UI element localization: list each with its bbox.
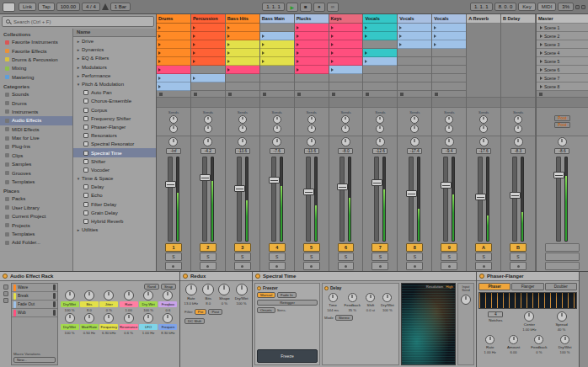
volume-value[interactable]: -Inf bbox=[166, 148, 181, 154]
empty-clip-slot[interactable] bbox=[329, 74, 363, 82]
clip[interactable] bbox=[226, 24, 259, 32]
track-activator-button[interactable]: 7 bbox=[372, 243, 388, 252]
pan-knob[interactable] bbox=[514, 137, 523, 146]
send-a-knob[interactable] bbox=[410, 115, 419, 124]
volume-fader[interactable] bbox=[202, 157, 207, 242]
clip[interactable] bbox=[363, 32, 397, 40]
snapshot-macros-button[interactable]: Snap bbox=[161, 284, 176, 290]
send-a-knob[interactable] bbox=[273, 115, 281, 124]
scene-row[interactable]: Scene 6 bbox=[537, 66, 588, 74]
pan-knob[interactable] bbox=[238, 137, 247, 146]
clip-stop-row[interactable] bbox=[432, 91, 466, 98]
solo-button[interactable]: S bbox=[165, 253, 182, 261]
clip[interactable] bbox=[157, 24, 190, 32]
empty-clip-slot[interactable] bbox=[398, 66, 431, 74]
redux-bits-knob[interactable] bbox=[202, 284, 214, 295]
empty-clip-slot[interactable] bbox=[432, 66, 466, 74]
manual-button[interactable]: Manual bbox=[257, 292, 275, 298]
track-header[interactable]: Drums bbox=[157, 14, 190, 24]
rack-chain-wub[interactable]: Wub bbox=[12, 309, 57, 317]
pan-knob[interactable] bbox=[203, 137, 212, 146]
macro-knob-5[interactable] bbox=[143, 290, 153, 301]
sidebar-item-user-library[interactable]: User Library bbox=[0, 204, 72, 212]
filter-pre-button[interactable]: Pre bbox=[195, 309, 207, 315]
scene-row[interactable]: Scene 4 bbox=[537, 49, 588, 57]
empty-clip-slot[interactable] bbox=[398, 82, 431, 91]
clip[interactable] bbox=[295, 24, 329, 32]
sidebar-item-favorite-effects[interactable]: Favorite Effects bbox=[0, 46, 72, 55]
rack-chain-wave[interactable]: Wave bbox=[12, 284, 57, 292]
track-activator-button[interactable]: 5 bbox=[303, 243, 320, 252]
browser-entry-shifter[interactable]: Shifter bbox=[73, 157, 156, 166]
fader-handle[interactable] bbox=[553, 172, 564, 178]
clip[interactable] bbox=[329, 40, 363, 49]
sidebar-item-audio-effects[interactable]: Audio Effects bbox=[0, 116, 72, 125]
sidebar-item-mastering[interactable]: Mastering bbox=[0, 73, 72, 82]
redux-dry-wet-knob[interactable] bbox=[236, 284, 248, 295]
show-devices-icon[interactable] bbox=[3, 298, 8, 303]
empty-clip-slot[interactable] bbox=[226, 74, 259, 82]
sidebar-item-max-for-live[interactable]: Max for Live bbox=[0, 134, 72, 142]
macro-knob-10[interactable] bbox=[124, 313, 134, 323]
browser-entry-phaser-flanger[interactable]: Phaser-Flanger bbox=[73, 123, 156, 131]
clip[interactable] bbox=[295, 49, 329, 57]
new-variation-button[interactable]: New... bbox=[13, 357, 56, 363]
clip[interactable] bbox=[191, 40, 225, 49]
clip[interactable] bbox=[260, 49, 294, 57]
clip[interactable] bbox=[191, 74, 225, 82]
sidebar-item-projects[interactable]: Projects bbox=[0, 221, 72, 229]
clip[interactable] bbox=[329, 24, 363, 32]
volume-value[interactable]: -13.6 bbox=[304, 148, 319, 154]
chevron-right-icon[interactable]: ▸ bbox=[75, 73, 82, 78]
pan-knob[interactable] bbox=[272, 137, 281, 146]
tab-flanger[interactable]: Flanger bbox=[511, 283, 543, 290]
send-a-knob[interactable] bbox=[376, 115, 384, 124]
clip[interactable] bbox=[226, 57, 259, 66]
clip[interactable] bbox=[329, 66, 363, 74]
arm-button[interactable] bbox=[338, 262, 355, 270]
volume-value[interactable]: -17.6 bbox=[476, 148, 491, 154]
arm-button[interactable] bbox=[165, 262, 182, 270]
pan-knob[interactable] bbox=[341, 137, 350, 146]
browser-entry-frequency-shifter[interactable]: Frequency Shifter bbox=[73, 114, 156, 123]
dc-shift-button[interactable]: DC Shift bbox=[184, 318, 205, 324]
volume-value[interactable]: -13.6 bbox=[235, 148, 250, 154]
clip[interactable] bbox=[260, 40, 294, 49]
time-signature-field[interactable]: 4 / 4 bbox=[82, 3, 100, 11]
solo-button[interactable]: S bbox=[475, 253, 492, 261]
arm-button[interactable] bbox=[441, 262, 457, 270]
loop-start-field[interactable]: 1. 1. 1 bbox=[470, 3, 493, 11]
track-activator-button[interactable]: 2 bbox=[200, 243, 216, 252]
sidebar-item-mixing[interactable]: Mixing bbox=[0, 64, 72, 72]
pan-knob[interactable] bbox=[558, 137, 567, 146]
arm-button[interactable] bbox=[372, 262, 388, 270]
clip[interactable] bbox=[329, 32, 363, 40]
show-macros-icon[interactable] bbox=[3, 285, 8, 290]
delay-shift-knob[interactable] bbox=[366, 293, 375, 302]
browser-entry-drive[interactable]: ▸Drive bbox=[73, 37, 156, 45]
empty-clip-slot[interactable] bbox=[260, 82, 294, 91]
sidebar-item-grooves[interactable]: Grooves bbox=[0, 168, 72, 177]
track-activator-button[interactable]: 9 bbox=[441, 243, 457, 252]
browser-entry-chorus-ensemble[interactable]: Chorus-Ensemble bbox=[73, 97, 156, 105]
browser-entry-vocoder[interactable]: Vocoder bbox=[73, 166, 156, 174]
midi-map-button[interactable]: MIDI bbox=[537, 3, 557, 11]
solo-button[interactable]: S bbox=[441, 253, 457, 261]
browser-entry-modulators[interactable]: ▸Modulators bbox=[73, 63, 156, 72]
clip[interactable] bbox=[295, 66, 329, 74]
volume-fader[interactable] bbox=[443, 157, 448, 242]
clip-stop-row[interactable] bbox=[295, 91, 329, 98]
clip[interactable] bbox=[398, 32, 431, 40]
fader-handle[interactable] bbox=[406, 190, 417, 197]
chevron-down-icon[interactable]: ▾ bbox=[75, 176, 82, 181]
volume-value[interactable]: -9.4 bbox=[441, 148, 457, 154]
empty-clip-slot[interactable] bbox=[226, 82, 259, 91]
content-header[interactable]: Name bbox=[73, 29, 156, 37]
tab-phaser[interactable]: Phaser bbox=[478, 283, 510, 290]
volume-fader[interactable] bbox=[271, 157, 276, 242]
record-button[interactable]: ● bbox=[313, 3, 325, 12]
track-header[interactable]: A Reverb bbox=[467, 14, 500, 24]
clip-stop-row[interactable] bbox=[363, 91, 397, 98]
phaser-amount-knob[interactable] bbox=[509, 335, 518, 344]
empty-clip-slot[interactable] bbox=[260, 24, 294, 32]
